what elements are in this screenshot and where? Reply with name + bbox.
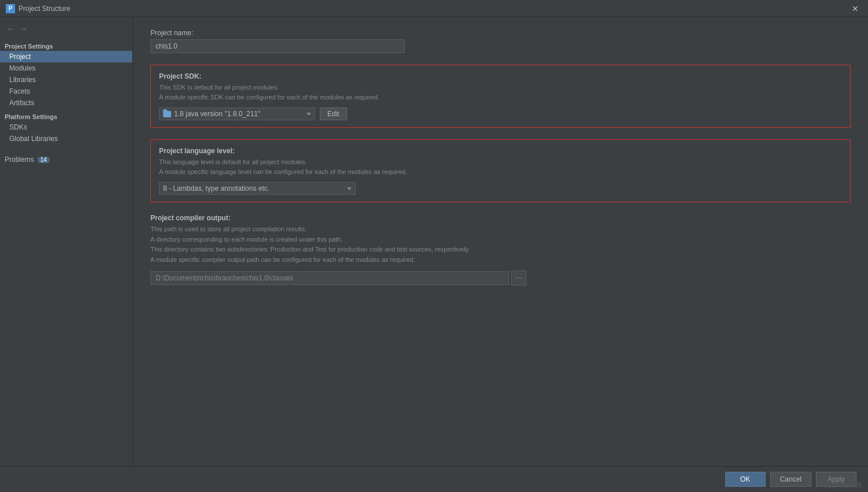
- app-icon: P: [6, 4, 15, 13]
- sdk-row: 1.8 java version "1.8.0_211" Edit: [159, 108, 842, 120]
- sidebar-item-modules[interactable]: Modules: [0, 62, 132, 74]
- sdk-title: Project SDK:: [159, 72, 842, 80]
- project-structure-dialog: P Project Structure ✕ ← → Project Settin…: [0, 0, 868, 492]
- language-chevron-icon: [347, 187, 352, 190]
- sdk-desc: This SDK is default for all project modu…: [159, 83, 842, 102]
- forward-button[interactable]: →: [17, 23, 30, 35]
- main-panel: Project name: Project SDK: This SDK is d…: [133, 17, 868, 466]
- sidebar-item-libraries[interactable]: Libraries: [0, 74, 132, 86]
- ok-button[interactable]: OK: [725, 472, 766, 487]
- sidebar-item-problems[interactable]: Problems 14: [0, 154, 132, 165]
- cancel-button[interactable]: Cancel: [770, 472, 811, 487]
- platform-settings-header: Platform Settings: [0, 111, 132, 121]
- chevron-down-icon: [306, 113, 311, 116]
- language-section-box: Project language level: This language le…: [150, 139, 851, 202]
- back-button[interactable]: ←: [5, 23, 17, 35]
- titlebar: P Project Structure ✕: [0, 0, 868, 17]
- sidebar: ← → Project Settings Project Modules Lib…: [0, 17, 133, 466]
- project-name-label: Project name:: [150, 29, 851, 37]
- sidebar-item-sdks[interactable]: SDKs: [0, 121, 132, 133]
- sidebar-item-project[interactable]: Project: [0, 51, 132, 62]
- language-dropdown[interactable]: 8 - Lambdas, type annotations etc.: [159, 182, 356, 195]
- browse-button[interactable]: ⋯: [511, 271, 526, 286]
- project-name-input[interactable]: [150, 39, 405, 53]
- close-button[interactable]: ✕: [848, 3, 862, 14]
- compiler-path-input[interactable]: [150, 271, 509, 285]
- watermark: CSDN @郑乘: [823, 481, 862, 490]
- sidebar-item-facets[interactable]: Facets: [0, 86, 132, 97]
- language-title: Project language level:: [159, 147, 842, 155]
- sdk-dropdown[interactable]: 1.8 java version "1.8.0_211": [159, 108, 315, 120]
- project-settings-header: Project Settings: [0, 40, 132, 51]
- compiler-section: Project compiler output: This path is us…: [150, 214, 851, 286]
- dialog-title: Project Structure: [19, 5, 848, 13]
- sdk-section-box: Project SDK: This SDK is default for all…: [150, 65, 851, 128]
- project-name-field: Project name:: [150, 29, 851, 53]
- folder-icon: [163, 111, 171, 117]
- problems-badge: 14: [38, 157, 50, 163]
- sidebar-item-global-libraries[interactable]: Global Libraries: [0, 133, 132, 145]
- nav-controls: ← →: [0, 22, 132, 38]
- compiler-desc: This path is used to store all project c…: [150, 224, 851, 265]
- dialog-content: ← → Project Settings Project Modules Lib…: [0, 17, 868, 466]
- sidebar-item-artifacts[interactable]: Artifacts: [0, 97, 132, 109]
- dialog-footer: OK Cancel Apply: [0, 466, 868, 492]
- language-desc: This language level is default for all p…: [159, 157, 842, 176]
- edit-sdk-button[interactable]: Edit: [320, 108, 347, 120]
- compiler-title: Project compiler output:: [150, 214, 851, 222]
- compiler-path-row: ⋯: [150, 271, 851, 286]
- browse-icon: ⋯: [515, 274, 522, 282]
